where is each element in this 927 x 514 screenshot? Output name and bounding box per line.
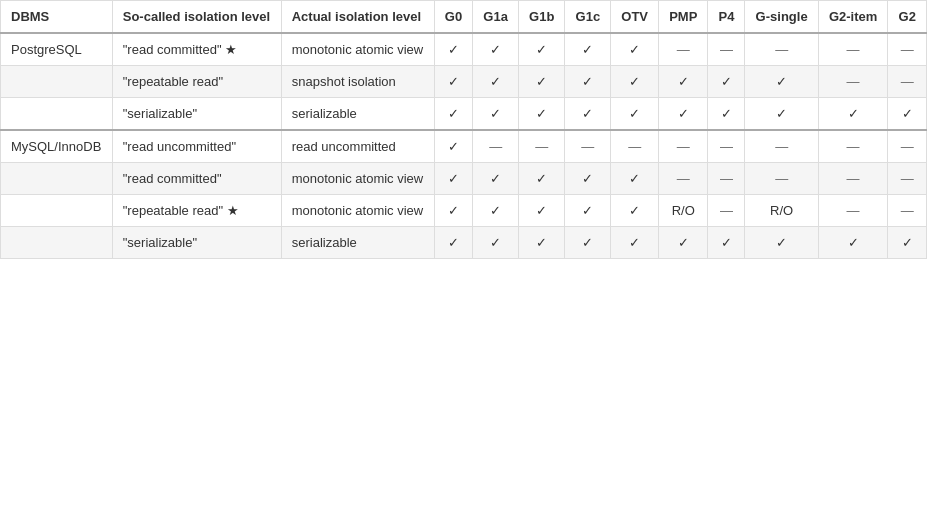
table-row: "repeatable read" ★monotonic atomic view…	[1, 195, 927, 227]
cell-g0: ✓	[434, 130, 472, 163]
col-header-actual: Actual isolation level	[281, 1, 434, 34]
cell-g1c: —	[565, 130, 611, 163]
cell-pmp: R/O	[659, 195, 708, 227]
cell-g2: ✓	[888, 227, 927, 259]
cell-g1a: ✓	[473, 66, 519, 98]
cell-g0: ✓	[434, 227, 472, 259]
cell-p4: —	[708, 163, 745, 195]
cell-g_single: ✓	[745, 227, 818, 259]
cell-g1c: ✓	[565, 98, 611, 131]
cell-g1a: ✓	[473, 33, 519, 66]
cell-otv: ✓	[611, 227, 659, 259]
cell-g2_item: —	[818, 163, 888, 195]
cell-g0: ✓	[434, 98, 472, 131]
cell-g_single: —	[745, 163, 818, 195]
cell-pmp: —	[659, 130, 708, 163]
col-header-otv: OTV	[611, 1, 659, 34]
cell-pmp: ✓	[659, 66, 708, 98]
cell-pmp: —	[659, 33, 708, 66]
cell-g2: —	[888, 195, 927, 227]
cell-g1b: ✓	[519, 227, 565, 259]
col-header-g1c: G1c	[565, 1, 611, 34]
table-wrapper: DBMS So-called isolation level Actual is…	[0, 0, 927, 259]
cell-g0: ✓	[434, 33, 472, 66]
cell-otv: ✓	[611, 66, 659, 98]
cell-g1a: ✓	[473, 98, 519, 131]
cell-p4: —	[708, 130, 745, 163]
table-row: "repeatable read"snapshot isolation✓✓✓✓✓…	[1, 66, 927, 98]
col-header-g0: G0	[434, 1, 472, 34]
cell-g1c: ✓	[565, 66, 611, 98]
cell-g1b: ✓	[519, 33, 565, 66]
cell-g1a: ✓	[473, 227, 519, 259]
cell-g1b: ✓	[519, 66, 565, 98]
table-row: "serializable"serializable✓✓✓✓✓✓✓✓✓✓	[1, 227, 927, 259]
cell-g1a: ✓	[473, 163, 519, 195]
header-row: DBMS So-called isolation level Actual is…	[1, 1, 927, 34]
cell-p4: ✓	[708, 98, 745, 131]
cell-g2_item: —	[818, 33, 888, 66]
cell-g1b: ✓	[519, 195, 565, 227]
cell-g0: ✓	[434, 163, 472, 195]
cell-p4: —	[708, 195, 745, 227]
col-header-g2-item: G2-item	[818, 1, 888, 34]
cell-p4: ✓	[708, 227, 745, 259]
cell-g1b: —	[519, 130, 565, 163]
cell-g_single: ✓	[745, 98, 818, 131]
isolation-table: DBMS So-called isolation level Actual is…	[0, 0, 927, 259]
col-header-g-single: G-single	[745, 1, 818, 34]
cell-g2: —	[888, 66, 927, 98]
cell-g1c: ✓	[565, 33, 611, 66]
cell-otv: ✓	[611, 163, 659, 195]
cell-pmp: ✓	[659, 98, 708, 131]
table-row: PostgreSQL"read committed" ★monotonic at…	[1, 33, 927, 66]
cell-g2: ✓	[888, 98, 927, 131]
cell-g_single: —	[745, 33, 818, 66]
cell-g1c: ✓	[565, 195, 611, 227]
cell-g_single: ✓	[745, 66, 818, 98]
cell-g_single: —	[745, 130, 818, 163]
col-header-so-called: So-called isolation level	[112, 1, 281, 34]
table-row: "serializable"serializable✓✓✓✓✓✓✓✓✓✓	[1, 98, 927, 131]
cell-g_single: R/O	[745, 195, 818, 227]
cell-g1c: ✓	[565, 163, 611, 195]
cell-otv: —	[611, 130, 659, 163]
col-header-g2: G2	[888, 1, 927, 34]
table-row: "read committed"monotonic atomic view✓✓✓…	[1, 163, 927, 195]
col-header-dbms: DBMS	[1, 1, 113, 34]
cell-g2_item: —	[818, 195, 888, 227]
cell-g1b: ✓	[519, 98, 565, 131]
cell-g1a: ✓	[473, 195, 519, 227]
cell-g2_item: ✓	[818, 98, 888, 131]
cell-g2: —	[888, 33, 927, 66]
cell-g2: —	[888, 130, 927, 163]
cell-pmp: —	[659, 163, 708, 195]
cell-g2_item: ✓	[818, 227, 888, 259]
cell-g1a: —	[473, 130, 519, 163]
cell-g1c: ✓	[565, 227, 611, 259]
cell-g2_item: —	[818, 66, 888, 98]
cell-otv: ✓	[611, 195, 659, 227]
col-header-g1a: G1a	[473, 1, 519, 34]
cell-otv: ✓	[611, 33, 659, 66]
cell-p4: —	[708, 33, 745, 66]
cell-g0: ✓	[434, 66, 472, 98]
cell-pmp: ✓	[659, 227, 708, 259]
cell-otv: ✓	[611, 98, 659, 131]
cell-g1b: ✓	[519, 163, 565, 195]
col-header-p4: P4	[708, 1, 745, 34]
cell-g0: ✓	[434, 195, 472, 227]
cell-g2: —	[888, 163, 927, 195]
col-header-g1b: G1b	[519, 1, 565, 34]
col-header-pmp: PMP	[659, 1, 708, 34]
table-row: MySQL/InnoDB"read uncommitted"read uncom…	[1, 130, 927, 163]
cell-p4: ✓	[708, 66, 745, 98]
cell-g2_item: —	[818, 130, 888, 163]
